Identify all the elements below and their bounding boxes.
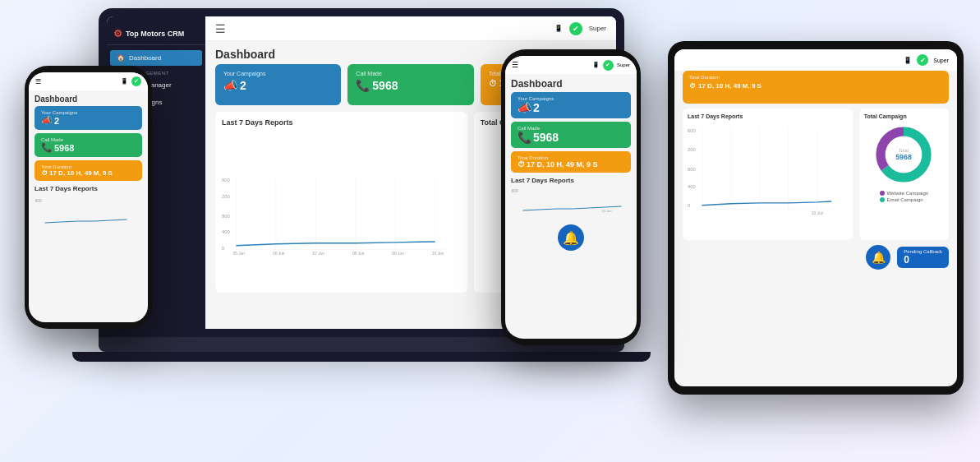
tablet-line-chart: 600 200 800 400 0 10 Jun <box>688 122 848 216</box>
phone-call-value: 📞 5968 <box>41 142 136 153</box>
phone-center-body: ☰ 📱 ✔ Super Dashboard Your Campaigns 📣 2 <box>501 49 641 345</box>
tablet-duration-value: ⏱ 17 D, 10 H, 49 M, 9 S <box>689 82 942 90</box>
svg-text:5968: 5968 <box>896 153 913 161</box>
phone-campaigns-title: Your Campaigns <box>41 110 136 115</box>
svg-text:08 Jun: 08 Jun <box>352 252 365 256</box>
phone-call-card: Call Made 📞 5968 <box>35 133 142 157</box>
phone-center-bell-button[interactable]: 🔔 <box>558 224 584 251</box>
tablet-timer-icon: ⏱ <box>689 82 696 90</box>
tablet-email-label: Email Campaign <box>887 197 923 202</box>
campaigns-card-title: Your Campaigns <box>223 71 333 76</box>
svg-text:400: 400 <box>222 229 230 234</box>
phone-center-duration-value: ⏱ 17 D, 10 H, 49 M, 9 S <box>518 160 624 169</box>
phone-line-chart: 600 <box>35 194 142 227</box>
phone-left-body: ☰ 📱 ✔ Dashboard Your Campaigns 📣 2 Call … <box>25 66 152 329</box>
tablet-pending-callback: Pending Callback 0 <box>897 247 949 268</box>
tablet-whatsapp[interactable]: ✔ <box>917 54 928 66</box>
phone-center-campaigns-card: Your Campaigns 📣 2 <box>511 92 631 118</box>
svg-text:10 Jun: 10 Jun <box>602 209 612 213</box>
tablet-chart-title: Last 7 Days Reports <box>688 113 848 119</box>
svg-text:600: 600 <box>222 178 230 182</box>
tablet-bell-button[interactable]: 🔔 <box>866 245 890 270</box>
tablet-right-screen: 📱 ✔ Super Total Duration ⏱ 17 D, 10 H, 4… <box>674 49 957 386</box>
phone-center-topbar: ☰ 📱 ✔ Super <box>505 56 637 74</box>
phone-mobile-icon: 📱 <box>121 78 128 85</box>
phone-left-topbar: ☰ 📱 ✔ <box>29 72 148 90</box>
phone-center-duration-title: Total Duration <box>518 155 624 160</box>
tablet-pending-label: Pending Callback <box>904 249 942 254</box>
phone-topbar-right: 📱 ✔ <box>121 76 141 86</box>
phone-campaigns-card: Your Campaigns 📣 2 <box>35 106 142 130</box>
megaphone-icon: 📣 <box>223 79 237 92</box>
phone-left-device: ☰ 📱 ✔ Dashboard Your Campaigns 📣 2 Call … <box>25 66 152 329</box>
hamburger-icon[interactable]: ☰ <box>215 22 226 35</box>
svg-text:0: 0 <box>688 203 691 208</box>
tablet-bottom: Last 7 Days Reports 600 200 800 400 0 <box>674 109 957 240</box>
chart-title: Last 7 Days Reports <box>222 118 461 127</box>
tablet-website-label: Website Campaign <box>887 191 929 196</box>
svg-text:07 Jun: 07 Jun <box>312 252 324 256</box>
tablet-user: Super <box>933 58 949 63</box>
svg-text:600: 600 <box>512 188 519 193</box>
phone-center-campaigns-value: 📣 2 <box>518 101 624 114</box>
whatsapp-icon[interactable]: ✔ <box>569 22 582 35</box>
tablet-legend-website: Website Campaign <box>880 191 929 196</box>
phone-center-chart-title: Last 7 Days Reports <box>505 173 637 186</box>
mobile-icon: 📱 <box>554 25 563 32</box>
phone-left-cards: Your Campaigns 📣 2 Call Made 📞 5968 Tota… <box>29 106 148 181</box>
tablet-legend-email: Email Campaign <box>880 197 929 202</box>
phone-call-title: Call Made <box>41 137 136 142</box>
svg-text:400: 400 <box>688 184 696 189</box>
phone-left-page-title: Dashboard <box>29 90 148 106</box>
phone-hamburger-icon[interactable]: ☰ <box>35 78 41 85</box>
phone-center-duration-card: Total Duration ⏱ 17 D, 10 H, 49 M, 9 S <box>511 151 631 173</box>
phone-duration-value: ⏱ 17 D, 10 H, 49 M, 9 S <box>41 169 136 177</box>
phone-center-page-title: Dashboard <box>505 74 637 92</box>
tablet-donut-legend: Website Campaign Email Campaign <box>880 191 929 204</box>
svg-text:10 Jun: 10 Jun <box>432 252 444 256</box>
phone-center-user: Super <box>617 62 630 67</box>
tablet-right-device: 📱 ✔ Super Total Duration ⏱ 17 D, 10 H, 4… <box>668 41 964 395</box>
call-made-card: Call Made 📞 5968 <box>347 64 473 105</box>
sidebar-item-dashboard[interactable]: 🏠 Dashboard <box>110 50 202 66</box>
svg-text:600: 600 <box>688 128 696 133</box>
phone-center-hamburger[interactable]: ☰ <box>512 61 518 69</box>
tablet-right-body: 📱 ✔ Super Total Duration ⏱ 17 D, 10 H, 4… <box>668 41 964 395</box>
tablet-mobile-icon: 📱 <box>904 57 912 64</box>
phone-center-notif-area: 🔔 <box>505 224 637 251</box>
tablet-cards-row: Total Duration ⏱ 17 D, 10 H, 49 M, 9 S <box>683 71 949 104</box>
phone-whatsapp-icon[interactable]: ✔ <box>131 76 141 86</box>
topbar-right: 📱 ✔ Super <box>554 22 606 35</box>
tablet-duration-card: Total Duration ⏱ 17 D, 10 H, 49 M, 9 S <box>683 71 949 104</box>
line-chart: 600 200 800 400 0 <box>222 130 461 293</box>
phone-center-megaphone: 📣 <box>518 101 531 114</box>
phone-center-topbar-right: 📱 ✔ Super <box>592 60 630 71</box>
phone-duration-title: Total Duration <box>41 164 136 169</box>
tablet-donut-title: Total Campaign <box>864 113 944 119</box>
phone-left-screen: ☰ 📱 ✔ Dashboard Your Campaigns 📣 2 Call … <box>29 72 148 322</box>
phone-center-call-title: Call Made <box>518 126 624 131</box>
campaigns-card-value: 📣 2 <box>223 79 333 92</box>
svg-text:05 Jun: 05 Jun <box>233 252 246 256</box>
phone-timer-icon: ⏱ <box>41 169 48 177</box>
phone-center-line-chart: 600 10 Jun <box>511 186 631 215</box>
phone-phone-icon: 📞 <box>41 142 53 153</box>
phone-icon: 📞 <box>356 79 370 92</box>
svg-text:0: 0 <box>222 246 224 251</box>
phone-chart-title: Last 7 Days Reports <box>29 181 148 194</box>
phone-duration-card: Total Duration ⏱ 17 D, 10 H, 49 M, 9 S <box>35 160 142 181</box>
tablet-pending-value: 0 <box>904 254 942 266</box>
svg-text:09 Jun: 09 Jun <box>392 252 404 256</box>
phone-center-whatsapp[interactable]: ✔ <box>603 60 614 71</box>
phone-center-call-value: 📞 5968 <box>518 131 624 144</box>
home-icon: 🏠 <box>117 54 125 62</box>
chart-section: Last 7 Days Reports 600 200 800 400 0 <box>215 112 467 293</box>
tablet-donut-section: Total Campaign Total 5968 Web <box>859 109 949 240</box>
phone-center-timer: ⏱ <box>518 160 525 169</box>
svg-text:200: 200 <box>688 147 696 152</box>
call-made-card-value: 📞 5968 <box>356 79 465 92</box>
tablet-duration-title: Total Duration <box>689 75 942 80</box>
svg-text:800: 800 <box>688 167 696 172</box>
svg-text:06 Jun: 06 Jun <box>273 252 285 256</box>
gear-icon: ⚙ <box>113 28 122 39</box>
